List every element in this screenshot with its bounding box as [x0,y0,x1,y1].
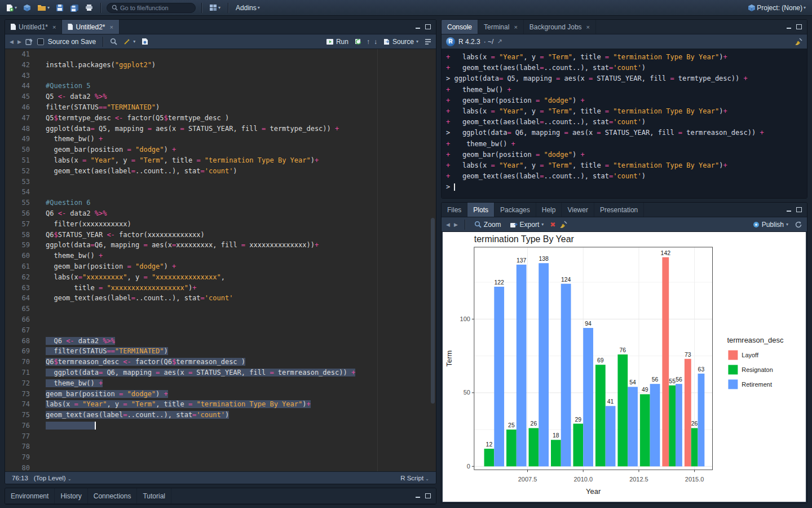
editor-line[interactable]: 48ggplot(data= Q5, mapping = aes(x = STA… [5,124,436,134]
editor-line[interactable]: 51 labs(x = "Year", y = "Term", title = … [5,155,436,166]
editor-line[interactable]: 71 ggplot(data= Q6, mapping = aes(x = ST… [5,367,436,378]
editor-line[interactable]: 49 theme_bw() + [5,134,436,144]
tab-history[interactable]: History [55,488,87,503]
minimize-icon[interactable] [786,24,792,29]
next-section-icon[interactable]: ↓ [374,38,377,46]
tab-console[interactable]: Console [442,20,478,34]
scope-indicator[interactable]: (Top Level) ⌄ [34,475,72,481]
code-tools-button[interactable]: ▾ [121,37,138,46]
editor-line[interactable]: 62 labs(x="xxxxxxxxx", y = "xxxxxxxxxxxx… [5,272,436,283]
maximize-icon[interactable] [796,207,802,212]
editor-line[interactable]: 77 [5,431,436,442]
tab-presentation[interactable]: Presentation [594,203,644,217]
console-line[interactable]: + theme_bw() + [446,139,802,150]
editor-line[interactable]: 72 theme_bw() + [5,378,436,389]
close-icon[interactable]: × [110,24,113,30]
minimize-icon[interactable] [786,207,792,212]
editor-line[interactable]: 78 [5,441,436,452]
console-line[interactable]: + labs(x = "Year", y = "Term", title = "… [446,160,802,171]
console-body[interactable]: + labs(x = "Year", y = "Term", title = "… [442,49,807,198]
editor-line[interactable]: 79 [5,452,436,463]
export-button[interactable]: Export ▾ [508,220,546,230]
code-editor[interactable]: 4142install.packages("ggplot2")4344#Ques… [5,49,436,471]
editor-line[interactable]: 55#Question 6 [5,198,436,208]
editor-line[interactable]: 66 [5,314,436,325]
tab-tutorial[interactable]: Tutorial [137,488,171,503]
minimize-icon[interactable] [415,24,421,29]
editor-line[interactable]: 52 geom_text(aes(label=..count..), stat=… [5,166,436,177]
editor-line[interactable]: 42install.packages("ggplot2") [5,60,436,71]
goto-file-input[interactable] [120,5,188,11]
pane-layout-button[interactable]: ▾ [208,3,222,12]
document-outline-icon[interactable] [425,39,431,45]
console-line[interactable]: + geom_bar(position = "dodge") + [446,150,802,160]
editor-line[interactable]: 47Q5$termtype_desc <- factor(Q5$termtype… [5,113,436,124]
previous-plot-icon[interactable]: ◀ [446,222,450,227]
editor-line[interactable]: 56Q6 <- data2 %>% [5,208,436,219]
open-new-window-icon[interactable] [25,38,33,45]
tab-terminal[interactable]: Terminal× [478,20,524,34]
tab-packages[interactable]: Packages [495,203,536,217]
tab-plots[interactable]: Plots [467,203,495,217]
editor-line[interactable]: 43 [5,71,436,81]
new-window-icon[interactable]: ↗ [497,38,502,45]
tab-background-jobs[interactable]: Background Jobs× [524,20,596,34]
save-all-button[interactable] [68,3,81,13]
find-replace-icon[interactable] [110,38,117,45]
maximize-icon[interactable] [796,24,802,29]
source-tab-untitled2[interactable]: Untitled2* × [62,20,119,34]
project-menu-button[interactable]: Project: (None) ▾ [746,3,807,13]
close-icon[interactable]: × [514,24,517,30]
console-line[interactable]: > ggplot(data= Q6, mapping = aes(x = STA… [446,128,802,138]
editor-line[interactable]: 53 [5,177,436,187]
editor-line[interactable]: 60 theme_bw() + [5,251,436,261]
console-line[interactable]: + theme_bw() + [446,85,802,95]
back-icon[interactable]: ◀ [10,39,14,45]
next-plot-icon[interactable]: ▶ [454,222,458,227]
editor-line[interactable]: 76 [5,421,436,431]
clear-plots-broom-icon[interactable] [559,221,567,229]
new-file-button[interactable]: ▾ [5,3,19,13]
addins-dropdown[interactable]: Addins ▾ [234,3,262,13]
editor-line[interactable]: 44#Question 5 [5,81,436,91]
tab-files[interactable]: Files [442,203,467,217]
console-line[interactable]: > [446,182,802,192]
print-button[interactable] [83,3,95,12]
editor-line[interactable]: 65 [5,304,436,314]
editor-line[interactable]: 54 [5,187,436,198]
editor-line[interactable]: 68 Q6 <- data2 %>% [5,336,436,347]
previous-section-icon[interactable]: ↑ [367,38,370,46]
editor-line[interactable]: 80 [5,463,436,471]
tab-connections[interactable]: Connections [88,488,138,503]
editor-line[interactable]: 64 geom_text(aes(label=..count..), stat=… [5,293,436,304]
compile-report-icon[interactable] [142,38,148,45]
run-button[interactable]: Run [324,37,351,47]
editor-line[interactable]: 57 filter(xxxxxxxxxxx) [5,219,436,230]
editor-line[interactable]: 67 [5,325,436,336]
console-line[interactable]: + geom_text(aes(label=..count..), stat='… [446,171,802,182]
editor-line[interactable]: 61 geom_bar(position = "dodge") + [5,261,436,272]
editor-line[interactable]: 69 filter(STATUS=="TERMINATED") [5,346,436,357]
editor-line[interactable]: 74labs(x = "Year", y = "Term", title = "… [5,399,436,410]
editor-line[interactable]: 63 title = "xxxxxxxxxxxxxxxxxx")+ [5,283,436,294]
editor-scrollbar[interactable] [430,49,435,471]
editor-line[interactable]: 70Q6$termreason_desc <- factor(Q6$termre… [5,357,436,367]
save-button[interactable] [54,3,65,13]
close-icon[interactable]: × [586,24,590,30]
source-on-save-checkbox[interactable] [37,38,44,45]
open-file-button[interactable]: ▾ [36,3,51,12]
editor-line[interactable]: 58Q6$STATUS_YEAR <- factor(xxxxxxxxxxxxx… [5,230,436,240]
editor-line[interactable]: 50 geom_bar(position = "dodge") + [5,144,436,155]
tab-viewer[interactable]: Viewer [562,203,594,217]
close-icon[interactable]: × [52,24,56,30]
editor-line[interactable]: 75geom_text(aes(label=..count..), stat='… [5,410,436,421]
maximize-icon[interactable] [425,24,431,29]
minimize-icon[interactable] [415,493,421,498]
file-type-menu[interactable]: R Script ⌄ [400,475,429,481]
editor-line[interactable]: 41 [5,49,436,60]
publish-button[interactable]: Publish ▾ [751,220,791,230]
source-button[interactable]: Source ▾ [381,37,421,47]
editor-line[interactable]: 59ggplot(data=Q6, mapping = aes(x=xxxxxx… [5,240,436,251]
editor-line[interactable]: 73geom_bar(position = "dodge") + [5,389,436,400]
console-line[interactable]: + geom_text(aes(label=..count..), stat='… [446,117,802,128]
